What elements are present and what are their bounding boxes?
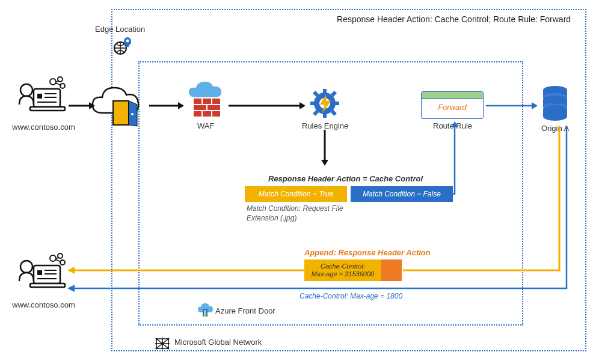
svg-point-28	[131, 113, 134, 115]
azure-front-door-icon	[197, 303, 213, 321]
route-rule-top-bar	[422, 92, 483, 99]
svg-point-10	[50, 79, 56, 85]
globe-pin-icon	[112, 35, 134, 59]
azure-front-door-label: Azure Front Door	[215, 306, 275, 315]
svg-point-69	[162, 343, 164, 345]
user-laptop-icon-bottom	[16, 253, 70, 299]
svg-point-22	[50, 255, 56, 261]
route-rule-forward-text: Forward	[422, 99, 483, 116]
svg-point-55	[543, 105, 567, 114]
return-path-blue	[66, 120, 571, 294]
global-network-mesh-icon	[154, 336, 171, 353]
svg-rect-38	[323, 89, 327, 95]
rules-engine-icon	[307, 84, 343, 123]
svg-rect-18	[37, 270, 42, 275]
svg-rect-6	[37, 94, 42, 99]
bottom-user-domain: www.contoso.com	[12, 300, 75, 309]
diagram-title: Response Header Action: Cache Control; R…	[337, 14, 571, 24]
svg-rect-17	[30, 284, 65, 287]
svg-point-2	[126, 40, 129, 43]
svg-rect-64	[204, 310, 206, 317]
blue-return-text: Cache-Control: Max-age = 1800	[300, 292, 402, 300]
edge-location-label: Edge Location	[95, 25, 145, 34]
arrow-user-to-cloud	[69, 101, 95, 111]
svg-point-65	[156, 338, 158, 340]
arrow-route-to-origin	[486, 101, 538, 111]
origin-a-icon	[540, 84, 570, 125]
svg-rect-5	[30, 107, 65, 111]
svg-point-3	[20, 84, 32, 96]
svg-point-66	[168, 338, 170, 340]
arrow-waf-to-rules	[229, 101, 306, 111]
svg-rect-39	[323, 112, 327, 118]
svg-point-54	[543, 96, 567, 104]
user-laptop-icon-top	[16, 77, 70, 123]
svg-rect-41	[333, 102, 339, 105]
svg-point-53	[543, 112, 567, 121]
waf-icon	[185, 86, 227, 125]
svg-point-68	[168, 348, 170, 350]
svg-point-12	[60, 83, 65, 88]
svg-point-24	[60, 260, 65, 265]
svg-point-15	[20, 261, 32, 273]
arrow-cloud-to-waf	[149, 101, 184, 111]
svg-point-67	[156, 348, 158, 350]
svg-rect-40	[310, 102, 316, 105]
route-rule-box: Forward	[421, 91, 484, 119]
global-network-label: Microsoft Global Network	[174, 338, 262, 347]
